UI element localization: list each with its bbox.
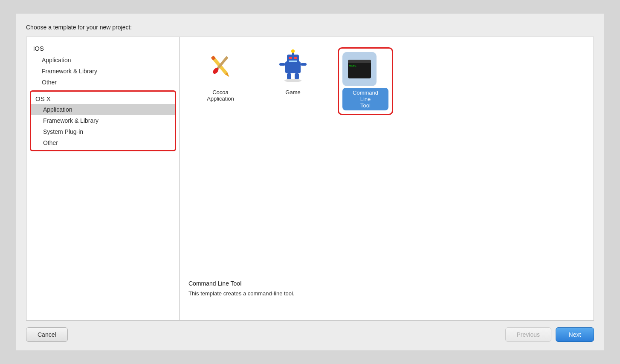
sidebar-group-osx: OS X Application Framework & Library Sys… xyxy=(30,90,176,151)
template-cmdline[interactable]: exec Command LineTool xyxy=(338,47,393,115)
cmdline-terminal-bar xyxy=(348,60,371,63)
cmdline-terminal-text: exec xyxy=(348,63,371,68)
sidebar-group-label-ios: iOS xyxy=(26,42,180,55)
svg-point-16 xyxy=(284,79,301,82)
sidebar-group-ios: iOS Application Framework & Library Othe… xyxy=(26,42,180,88)
cmdline-label: Command LineTool xyxy=(342,88,388,110)
svg-rect-12 xyxy=(287,73,291,79)
btn-group-right: Previous Next xyxy=(505,327,594,342)
cocoa-label: CocoaApplication xyxy=(207,89,234,102)
dialog: Choose a template for your new project: … xyxy=(16,14,604,350)
sidebar-item-ios-framework[interactable]: Framework & Library xyxy=(26,66,180,77)
sidebar-item-ios-other[interactable]: Other xyxy=(26,77,180,88)
svg-rect-8 xyxy=(294,57,297,59)
cmdline-icon-bg: exec xyxy=(342,52,377,86)
sidebar-item-osx-other[interactable]: Other xyxy=(31,137,175,148)
sidebar-group-label-osx: OS X xyxy=(31,93,175,104)
description-title: Command Line Tool xyxy=(188,280,585,287)
description-area: Command Line Tool This template creates … xyxy=(180,273,594,320)
svg-rect-13 xyxy=(295,73,299,79)
sidebar-item-osx-framework[interactable]: Framework & Library xyxy=(31,115,175,126)
game-icon-wrap xyxy=(274,47,312,86)
svg-rect-11 xyxy=(301,63,307,66)
previous-button[interactable]: Previous xyxy=(505,327,551,342)
template-game[interactable]: Game xyxy=(265,47,321,95)
dialog-title: Choose a template for your new project: xyxy=(26,24,594,31)
templates-grid: CocoaApplication xyxy=(180,37,594,273)
next-button[interactable]: Next xyxy=(556,327,594,342)
cmdline-terminal-icon: exec xyxy=(348,60,371,78)
description-text: This template creates a command-line too… xyxy=(188,290,585,297)
cocoa-icon-wrap xyxy=(201,47,240,86)
cancel-button[interactable]: Cancel xyxy=(26,327,68,342)
svg-rect-10 xyxy=(279,63,285,66)
svg-rect-9 xyxy=(289,61,297,62)
sidebar-item-ios-application[interactable]: Application xyxy=(26,55,180,66)
svg-point-15 xyxy=(291,49,295,53)
svg-rect-5 xyxy=(285,61,301,73)
sidebar-item-osx-plugin[interactable]: System Plug-in xyxy=(31,126,175,137)
bottom-bar: Cancel Previous Next xyxy=(26,327,594,342)
game-icon xyxy=(276,49,310,84)
cocoa-icon xyxy=(203,49,238,84)
cmdline-selected-border: exec Command LineTool xyxy=(338,47,393,115)
content-area: CocoaApplication xyxy=(180,37,594,320)
sidebar: iOS Application Framework & Library Othe… xyxy=(26,37,180,320)
main-area: iOS Application Framework & Library Othe… xyxy=(26,37,594,321)
svg-rect-7 xyxy=(289,57,292,59)
template-cocoa[interactable]: CocoaApplication xyxy=(193,47,248,102)
sidebar-item-osx-application[interactable]: Application xyxy=(31,104,175,115)
game-label: Game xyxy=(285,89,300,95)
